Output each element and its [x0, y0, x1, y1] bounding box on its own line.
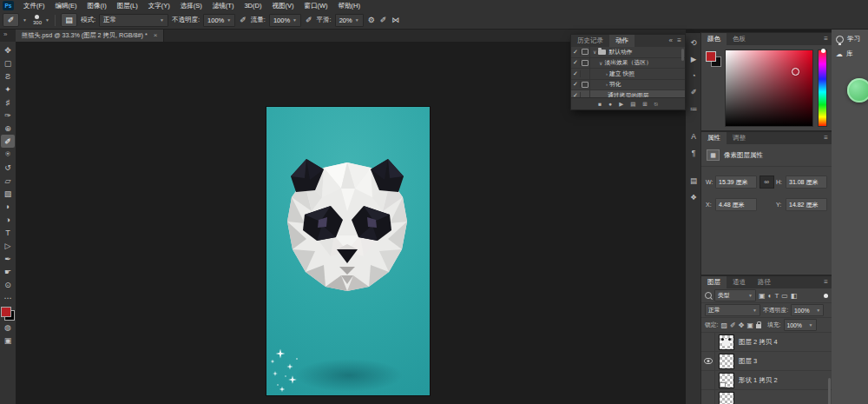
tab-swatches[interactable]: 色板	[727, 33, 752, 45]
tab-properties[interactable]: 属性	[701, 132, 727, 144]
layer-thumbnail[interactable]	[719, 392, 734, 404]
menu-edit[interactable]: 编辑(E)	[50, 0, 82, 11]
expand-icon[interactable]: ∨	[593, 49, 596, 55]
action-row[interactable]: ✓ › 羽化	[571, 80, 685, 91]
action-row[interactable]: ✓ ∨ 淡出效果（选区）	[571, 58, 685, 70]
dialog-toggle[interactable]	[581, 69, 590, 79]
tool-pen-tool[interactable]: ✒	[1, 252, 15, 265]
screen-mode-button[interactable]: ▣	[1, 334, 15, 347]
pressure-size-icon[interactable]: ✐	[379, 16, 388, 24]
libraries-panel-button[interactable]: ☁ 库	[832, 43, 868, 58]
tool-gradient-tool[interactable]: ▧	[1, 187, 15, 200]
color-picker-ring-icon[interactable]	[792, 68, 799, 76]
action-check-icon[interactable]: ✓	[571, 81, 581, 88]
dialog-toggle[interactable]	[581, 58, 590, 69]
tab-channels[interactable]: 通道	[727, 276, 752, 288]
menu-select[interactable]: 选择(S)	[175, 0, 207, 11]
action-label[interactable]: 默认动作	[608, 48, 632, 56]
link-dimensions-icon[interactable]: ∞	[760, 176, 774, 189]
action-label[interactable]: 通过拷贝的图层	[608, 91, 649, 97]
expand-icon[interactable]: ›	[606, 71, 608, 76]
dialog-toggle[interactable]	[581, 90, 590, 97]
layer-name[interactable]: 图层 2 拷贝 4	[739, 338, 778, 347]
action-check-icon[interactable]: ✓	[571, 70, 581, 77]
layer-thumbnail[interactable]	[719, 354, 734, 369]
lock-position-icon[interactable]: ✥	[739, 321, 745, 329]
new-set-button[interactable]: ▤	[630, 101, 635, 108]
actions-scrollbar[interactable]	[681, 49, 684, 61]
visibility-toggle[interactable]	[701, 371, 715, 389]
collapse-toolbar-icon[interactable]: »	[3, 30, 7, 38]
filter-adjustment-icon[interactable]: ◐	[768, 292, 773, 300]
expand-icon[interactable]: ∨	[599, 60, 602, 66]
dialog-toggle[interactable]	[581, 80, 590, 90]
saturation-brightness-field[interactable]	[725, 50, 813, 127]
y-field[interactable]: 14.82 厘米	[786, 198, 827, 211]
filter-type-icon[interactable]: T	[774, 292, 779, 300]
layer-thumbnail[interactable]	[719, 373, 734, 388]
history-panel-icon[interactable]: ⟲	[687, 37, 700, 48]
tool-more-tools[interactable]: ⋯	[1, 291, 15, 304]
close-tab-icon[interactable]: ×	[154, 31, 158, 39]
tool-brush-tool[interactable]: ✐	[1, 135, 15, 148]
menu-view[interactable]: 视图(V)	[266, 0, 299, 11]
tab-color[interactable]: 颜色	[701, 33, 727, 45]
action-row[interactable]: ✓ ∨ 默认动作	[571, 47, 685, 58]
menu-3d[interactable]: 3D(D)	[239, 0, 266, 11]
filter-smart-object-icon[interactable]: ◧	[791, 292, 798, 300]
visibility-toggle[interactable]	[701, 390, 715, 404]
menu-window[interactable]: 窗口(W)	[299, 0, 332, 11]
info-panel-icon[interactable]: ▤	[687, 176, 700, 186]
height-field[interactable]: 31.08 厘米	[786, 176, 827, 189]
menu-filter[interactable]: 滤镜(T)	[207, 0, 240, 11]
menu-layer[interactable]: 图层(L)	[112, 0, 143, 11]
layer-opacity-select[interactable]: 100% ▼	[791, 304, 824, 316]
tab-actions[interactable]: 动作	[609, 35, 635, 47]
timeline-panel-icon[interactable]: ◔	[687, 70, 700, 81]
dialog-toggle[interactable]	[581, 47, 590, 57]
filter-pixel-icon[interactable]: ▣	[759, 292, 766, 300]
pressure-opacity-icon[interactable]: ✐	[239, 16, 247, 24]
hue-slider-handle[interactable]	[821, 49, 825, 53]
lock-all-icon[interactable]	[756, 324, 761, 328]
lock-image-pixels-icon[interactable]: ✐	[730, 321, 736, 329]
tool-lasso-tool[interactable]: Ƨ	[1, 70, 15, 83]
character-panel-icon[interactable]: A	[687, 131, 700, 142]
foreground-color-swatch[interactable]	[706, 51, 716, 62]
color-swatches[interactable]	[1, 307, 15, 321]
tool-zoom-tool[interactable]: ⊙	[1, 278, 15, 291]
layer-row[interactable]: 形状 1 拷贝 2	[701, 371, 832, 390]
tool-crop-tool[interactable]: ♯	[1, 96, 15, 109]
panel-menu-icon[interactable]: ≡	[824, 278, 828, 286]
layer-name[interactable]: 图层 3	[739, 357, 757, 366]
tab-history[interactable]: 历史记录	[571, 35, 609, 47]
action-check-icon[interactable]: ✓	[571, 92, 581, 97]
brush-picker-caret-icon[interactable]: ▼	[45, 17, 49, 23]
tab-paths[interactable]: 路径	[752, 276, 777, 288]
tab-layers[interactable]: 图层	[701, 276, 727, 288]
tool-dodge-tool[interactable]: ◑	[1, 213, 15, 226]
paint-symmetry-icon[interactable]: ⋈	[391, 16, 400, 24]
action-check-icon[interactable]: ✓	[571, 49, 581, 56]
fill-select[interactable]: 100% ▼	[784, 319, 817, 331]
width-field[interactable]: 15.39 厘米	[715, 176, 757, 189]
new-action-button[interactable]: ⊞	[642, 101, 647, 108]
toggle-brush-panel-icon[interactable]: ▤	[61, 13, 77, 27]
tool-type-tool[interactable]: T	[1, 226, 15, 239]
tool-path-selection-tool[interactable]: ▷	[1, 239, 15, 252]
action-row[interactable]: ✓ › 建立 快照	[571, 69, 685, 80]
action-label[interactable]: 羽化	[609, 80, 621, 89]
canvas[interactable]	[266, 107, 430, 395]
visibility-toggle[interactable]	[701, 333, 715, 351]
flow-select[interactable]: 100% ▼	[269, 14, 301, 27]
floating-assistant-button[interactable]	[847, 78, 868, 103]
learn-panel-button[interactable]: 学习	[832, 29, 868, 43]
tool-marquee-tool[interactable]: ▢	[1, 56, 15, 70]
action-label[interactable]: 建立 快照	[609, 70, 635, 78]
blend-mode-select[interactable]: 正常 ▼	[99, 14, 168, 27]
menu-help[interactable]: 帮助(H)	[333, 0, 365, 11]
menu-file[interactable]: 文件(F)	[18, 0, 50, 11]
panel-menu-icon[interactable]: ≡	[677, 36, 681, 44]
document-tab[interactable]: 熊猫头.psd @ 33.3% (图层 2 拷贝, RGB/8#) * ×	[16, 29, 164, 42]
tool-preset-caret-icon[interactable]: ▼	[23, 17, 27, 23]
